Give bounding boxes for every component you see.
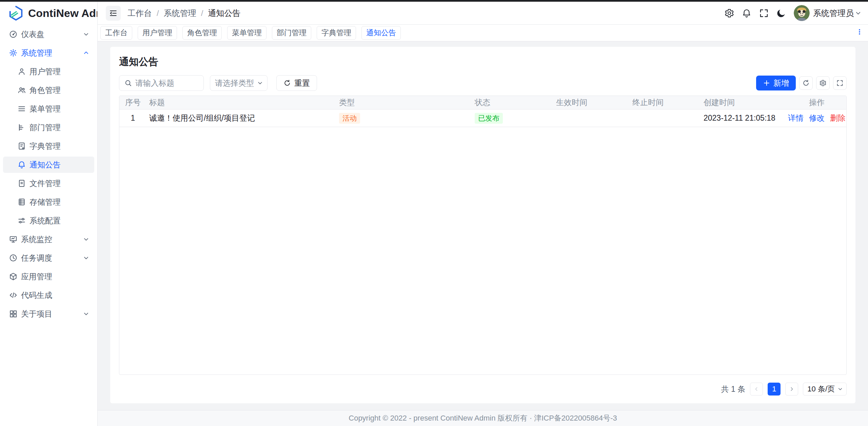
- column-header-title: 标题: [146, 97, 336, 108]
- chevron-down-icon: [837, 386, 843, 392]
- chevron-down-icon: [83, 255, 90, 261]
- table-header-row: 序号 标题 类型 状态 生效时间 终止时间 创建时间 操作: [119, 96, 846, 109]
- notice-table: 序号 标题 类型 状态 生效时间 终止时间 创建时间 操作 1 诚邀！使用公司/…: [119, 96, 847, 375]
- menu-fold-icon: [109, 9, 118, 18]
- sidebar: ContiNew Admin 仪表盘: [0, 2, 98, 426]
- copyright-text: Copyright © 2022 - present ContiNew Admi…: [349, 413, 617, 423]
- header-left: 工作台 / 系统管理 / 通知公告: [106, 6, 240, 21]
- detail-link[interactable]: 详情: [788, 113, 804, 123]
- column-header-created-time: 创建时间: [701, 97, 787, 108]
- app-title: ContiNew Admin: [28, 7, 98, 20]
- sidebar-item-system-monitor[interactable]: 系统监控: [3, 231, 94, 247]
- storage-icon: [17, 198, 26, 206]
- breadcrumb-separator: /: [201, 8, 203, 18]
- type-select[interactable]: 请选择类型: [210, 75, 268, 91]
- sidebar-item-code-generation[interactable]: 代码生成: [3, 287, 94, 303]
- sidebar-item-dict-management[interactable]: 字典管理: [3, 138, 94, 154]
- logo-row[interactable]: ContiNew Admin: [0, 2, 97, 25]
- sidebar-menu: 仪表盘 系统管理: [0, 25, 97, 322]
- tab-menu-management[interactable]: 菜单管理: [227, 26, 267, 40]
- column-settings-button[interactable]: [816, 76, 830, 90]
- table-fullscreen-button[interactable]: [833, 76, 847, 90]
- breadcrumb: 工作台 / 系统管理 / 通知公告: [127, 8, 240, 19]
- column-header-type: 类型: [336, 97, 472, 108]
- sidebar-item-role-management[interactable]: 角色管理: [3, 82, 94, 98]
- toolbar: 请选择类型 重置: [119, 75, 847, 91]
- tab-label: 角色管理: [187, 28, 217, 38]
- notification-bell-icon[interactable]: [742, 8, 752, 18]
- add-label: 新增: [773, 78, 789, 88]
- type-tag: 活动: [339, 113, 360, 124]
- refresh-table-button[interactable]: [799, 76, 813, 90]
- sidebar-item-dashboard[interactable]: 仪表盘: [3, 26, 94, 42]
- sliders-icon: [17, 216, 26, 225]
- chevron-left-icon: [754, 386, 759, 392]
- delete-link[interactable]: 删除: [830, 113, 846, 123]
- user-name[interactable]: 系统管理员: [813, 8, 854, 19]
- sidebar-item-app-management[interactable]: 应用管理: [3, 268, 94, 285]
- chevron-right-icon: [789, 386, 794, 392]
- tab-user-management[interactable]: 用户管理: [138, 26, 177, 40]
- user-icon: [17, 67, 26, 76]
- edit-link[interactable]: 修改: [809, 113, 825, 123]
- add-button[interactable]: 新增: [756, 76, 796, 90]
- tab-label: 菜单管理: [232, 28, 262, 38]
- refresh-icon: [802, 79, 810, 87]
- sidebar-item-user-management[interactable]: 用户管理: [3, 63, 94, 80]
- tab-role-management[interactable]: 角色管理: [182, 26, 222, 40]
- sidebar-item-label: 代码生成: [21, 290, 90, 301]
- tab-more-dots-icon[interactable]: [856, 28, 863, 38]
- filter-bar: 请选择类型 重置: [119, 75, 317, 91]
- cell-actions: 详情 修改 删除: [787, 113, 846, 123]
- sidebar-item-label: 应用管理: [21, 271, 90, 282]
- tab-dict-management[interactable]: 字典管理: [317, 26, 356, 40]
- tab-dept-management[interactable]: 部门管理: [272, 26, 311, 40]
- chevron-down-icon: [83, 236, 90, 243]
- sidebar-item-system-config[interactable]: 系统配置: [3, 212, 94, 229]
- pagination-prev-button[interactable]: [750, 383, 763, 395]
- tab-label: 通知公告: [366, 28, 396, 38]
- sidebar-item-label: 用户管理: [29, 66, 90, 77]
- breadcrumb-item[interactable]: 工作台: [127, 8, 152, 19]
- sidebar-item-label: 系统配置: [29, 216, 90, 226]
- dark-mode-moon-icon[interactable]: [776, 8, 786, 18]
- sidebar-item-notice-announcement[interactable]: 通知公告: [3, 157, 94, 173]
- dictionary-icon: [17, 142, 26, 150]
- breadcrumb-item[interactable]: 系统管理: [164, 8, 196, 19]
- pagination-page-1[interactable]: 1: [768, 383, 781, 395]
- sidebar-item-menu-management[interactable]: 菜单管理: [3, 101, 94, 117]
- column-header-end-time: 终止时间: [630, 97, 701, 108]
- sidebar-item-task-schedule[interactable]: 任务调度: [3, 250, 94, 266]
- page-size-value: 10 条/页: [807, 384, 835, 394]
- column-header-effective-time: 生效时间: [553, 97, 630, 108]
- user-avatar[interactable]: [794, 5, 810, 21]
- notice-card: 通知公告 请选择类型: [110, 47, 855, 403]
- sidebar-item-label: 文件管理: [29, 178, 90, 189]
- fullscreen-icon[interactable]: [759, 8, 769, 18]
- sidebar-item-about-project[interactable]: 关于项目: [3, 306, 94, 322]
- title-search-field[interactable]: [119, 75, 204, 91]
- tab-notice-announcement[interactable]: 通知公告: [361, 26, 401, 40]
- search-input[interactable]: [135, 79, 199, 88]
- tab-label: 工作台: [105, 28, 127, 38]
- reset-button[interactable]: 重置: [276, 75, 317, 91]
- sidebar-collapse-button[interactable]: [106, 6, 121, 21]
- sidebar-item-system-management[interactable]: 系统管理: [3, 45, 94, 61]
- sidebar-item-file-management[interactable]: 文件管理: [3, 175, 94, 191]
- tab-workbench[interactable]: 工作台: [100, 26, 132, 40]
- sidebar-item-label: 存储管理: [29, 197, 90, 207]
- users-icon: [17, 86, 26, 95]
- sidebar-item-storage-management[interactable]: 存储管理: [3, 194, 94, 210]
- page-size-select[interactable]: 10 条/页: [803, 383, 847, 395]
- sidebar-item-dept-management[interactable]: 部门管理: [3, 119, 94, 136]
- pagination-next-button[interactable]: [785, 383, 798, 395]
- settings-gear-icon[interactable]: [724, 8, 734, 18]
- column-header-index: 序号: [119, 97, 146, 108]
- tab-label: 字典管理: [321, 28, 351, 38]
- monitor-icon: [9, 235, 18, 244]
- chevron-up-icon: [83, 49, 90, 56]
- chevron-down-icon[interactable]: [855, 10, 861, 16]
- sidebar-item-label: 通知公告: [29, 160, 90, 170]
- search-icon: [124, 79, 132, 87]
- sidebar-item-label: 系统监控: [21, 234, 79, 245]
